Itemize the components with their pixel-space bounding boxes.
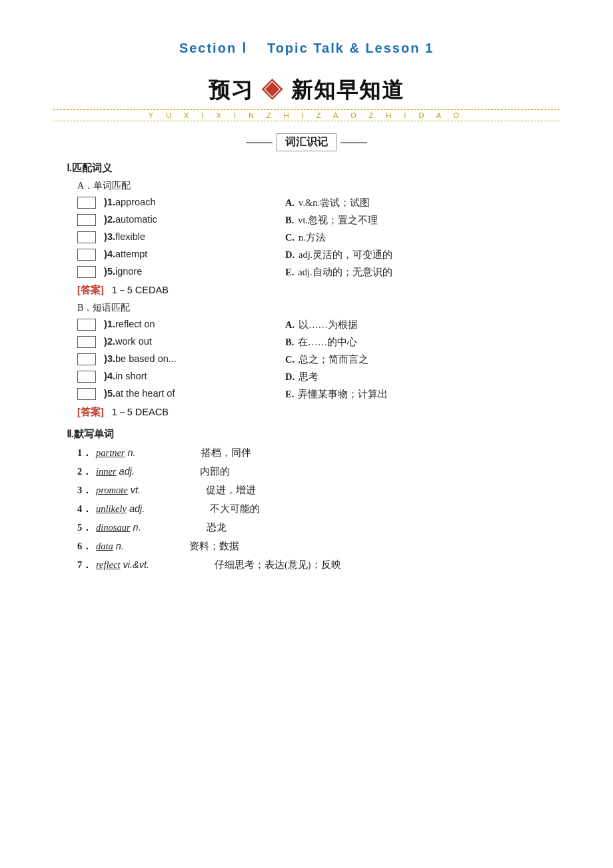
answer-option: B.在……的中心 [285, 336, 452, 349]
section-II-label: Ⅱ.默写单词 [67, 428, 560, 441]
item-label: )3.be based on... [99, 353, 219, 364]
blank-box[interactable] [77, 353, 96, 365]
blank-box[interactable] [77, 319, 96, 331]
blank-box[interactable] [77, 214, 96, 226]
answer-option: C.总之；简而言之 [285, 353, 452, 366]
item-label: )3.flexible [99, 231, 219, 242]
dict-word: unlikely [96, 503, 127, 515]
dict-pos: n. [116, 541, 124, 551]
dict-pos: n. [133, 522, 141, 533]
dict-meaning: 恐龙 [207, 521, 227, 534]
dict-num: 7． [77, 559, 96, 571]
matching-row-A-5: )5.ignore E.adj.自动的；无意识的 [53, 266, 560, 279]
dict-meaning: 促进，增进 [206, 484, 256, 497]
matching-row-B-4: )4.in short D.思考 [53, 371, 560, 383]
item-label: )5.ignore [99, 266, 219, 277]
matching-row-A-2: )2.automatic B.vt.忽视；置之不理 [53, 214, 560, 227]
blank-box[interactable] [77, 197, 96, 209]
yuxi-main-text: 预习 ◈ 新知早知道 [209, 78, 404, 102]
answer-option: D.adj.灵活的，可变通的 [285, 249, 452, 261]
dict-word: dinosaur [96, 522, 131, 533]
yuxi-pinyin: Y U X I X I N Z H I Z A O Z H I D A O [53, 109, 560, 121]
cihui-title-box: 词汇识记 [53, 133, 560, 151]
answer-row-A: [答案] 1－5 CEDAB [77, 284, 560, 297]
dict-pos: adj. [129, 503, 145, 514]
section-label: Section Ⅰ [179, 41, 247, 55]
blank-box[interactable] [77, 388, 96, 400]
yuxi-block: 预习 ◈ 新知早知道 [53, 76, 560, 105]
dict-num: 2． [77, 465, 96, 478]
cihui-title: 词汇识记 [277, 133, 336, 151]
dict-meaning: 内部的 [200, 465, 230, 478]
item-label: )2.work out [99, 336, 219, 347]
dictation-row-2: 2． inner adj. 内部的 [53, 465, 560, 478]
item-label: )4.in short [99, 371, 219, 381]
item-label: )1.approach [99, 197, 219, 207]
dict-word: partner [96, 447, 125, 459]
blank-box[interactable] [77, 371, 96, 383]
answer-option: A.以……为根据 [285, 319, 452, 331]
dictation-row-7: 7． reflect vi.&vt. 仔细思考；表达(意见)；反映 [53, 559, 560, 571]
matching-section-A: )1.approach A.v.&n.尝试；试图 )2.automatic B.… [53, 197, 560, 279]
blank-box[interactable] [77, 336, 96, 348]
blank-box[interactable] [77, 249, 96, 261]
matching-row-A-3: )3.flexible C.n.方法 [53, 231, 560, 244]
dict-word: inner [96, 466, 117, 477]
blank-box[interactable] [77, 231, 96, 243]
dictation-row-6: 6． data n. 资料；数据 [53, 540, 560, 553]
matching-row-A-4: )4.attempt D.adj.灵活的，可变通的 [53, 249, 560, 261]
answer-label-A: [答案] [77, 285, 104, 295]
item-label: )5.at the heart of [99, 388, 219, 399]
dict-num: 5． [77, 521, 96, 534]
dictation-row-5: 5． dinosaur n. 恐龙 [53, 521, 560, 534]
section-title: Section Ⅰ Topic Talk & Lesson 1 [53, 40, 560, 56]
answer-value-A: 1－5 CEDAB [112, 285, 169, 295]
matching-section-B: )1.reflect on A.以……为根据 )2.work out B.在……… [53, 319, 560, 401]
dict-num: 4． [77, 503, 96, 515]
dict-word: promote [96, 485, 128, 496]
dictation-row-1: 1． partner n. 搭档，同伴 [53, 447, 560, 459]
dict-num: 1． [77, 447, 96, 459]
matching-row-B-3: )3.be based on... C.总之；简而言之 [53, 353, 560, 366]
dict-meaning: 搭档，同伴 [201, 447, 251, 459]
dictation-rows: 1． partner n. 搭档，同伴 2． inner adj. 内部的 3．… [53, 447, 560, 571]
sub-label-B: B．短语匹配 [77, 302, 560, 314]
answer-option: B.vt.忽视；置之不理 [285, 214, 452, 227]
sub-label-A: A．单词匹配 [77, 180, 560, 192]
dict-num: 3． [77, 484, 96, 497]
dict-meaning: 不大可能的 [210, 503, 260, 515]
matching-row-B-5: )5.at the heart of E.弄懂某事物；计算出 [53, 388, 560, 401]
section-I-label: Ⅰ.匹配词义 [67, 162, 560, 175]
matching-row-B-1: )1.reflect on A.以……为根据 [53, 319, 560, 331]
matching-row-B-2: )2.work out B.在……的中心 [53, 336, 560, 349]
dict-num: 6． [77, 540, 96, 553]
dictation-row-3: 3． promote vt. 促进，增进 [53, 484, 560, 497]
title-line-right [340, 142, 367, 143]
answer-value-B: 1－5 DEACB [112, 407, 169, 417]
dict-pos: vt. [131, 485, 141, 495]
answer-row-B: [答案] 1－5 DEACB [77, 406, 560, 419]
dict-pos: adj. [119, 466, 135, 477]
lesson-label: Topic Talk & Lesson 1 [267, 41, 434, 55]
item-label: )2.automatic [99, 214, 219, 225]
answer-option: C.n.方法 [285, 231, 452, 244]
dict-pos: n. [128, 447, 136, 458]
dict-meaning: 资料；数据 [189, 540, 239, 553]
item-label: )4.attempt [99, 249, 219, 259]
answer-option: A.v.&n.尝试；试图 [285, 197, 452, 209]
answer-option: E.弄懂某事物；计算出 [285, 388, 452, 401]
answer-option: E.adj.自动的；无意识的 [285, 266, 452, 279]
section-II: Ⅱ.默写单词 1． partner n. 搭档，同伴 2． inner adj.… [53, 428, 560, 571]
dict-word: data [96, 541, 113, 552]
blank-box[interactable] [77, 266, 96, 278]
answer-option: D.思考 [285, 371, 452, 383]
answer-label-B: [答案] [77, 407, 104, 417]
item-label: )1.reflect on [99, 319, 219, 329]
dict-word: reflect [96, 559, 121, 571]
matching-row-A-1: )1.approach A.v.&n.尝试；试图 [53, 197, 560, 209]
dict-pos: vi.&vt. [123, 559, 149, 570]
dictation-row-4: 4． unlikely adj. 不大可能的 [53, 503, 560, 515]
dict-meaning: 仔细思考；表达(意见)；反映 [215, 559, 341, 571]
title-line-left [246, 142, 273, 143]
